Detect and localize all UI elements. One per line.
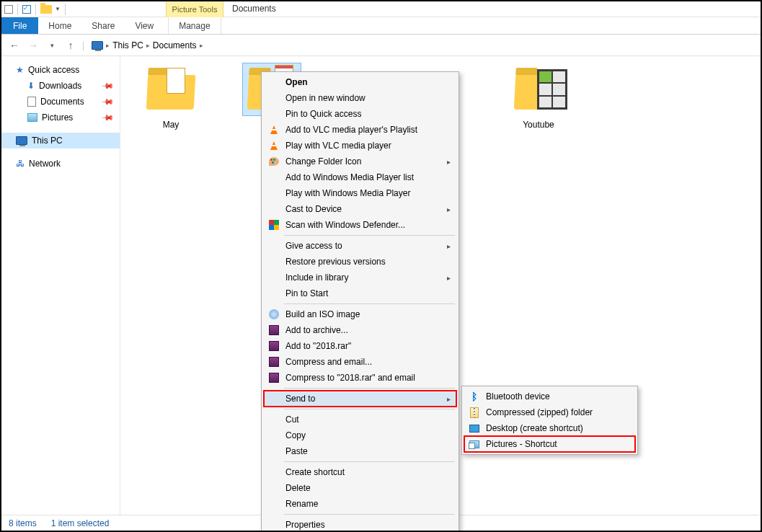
ctx-add-wmp-list[interactable]: Add to Windows Media Player list [264, 169, 456, 185]
ctx-rename[interactable]: Rename [264, 496, 456, 512]
sidebar-item-label: Quick access [28, 65, 79, 75]
ctx-play-vlc[interactable]: Play with VLC media player [264, 138, 456, 154]
tab-share[interactable]: Share [81, 17, 125, 34]
menu-separator [284, 461, 455, 462]
ctx-restore-previous[interactable]: Restore previous versions [264, 254, 456, 270]
nav-forward-icon: → [26, 38, 40, 53]
ctx-open[interactable]: Open [264, 74, 456, 90]
sidebar-item-pictures[interactable]: Pictures 📌 [1, 110, 120, 125]
chevron-right-icon: ▸ [447, 274, 451, 282]
vlc-icon [270, 141, 278, 150]
tab-file[interactable]: File [1, 17, 38, 34]
ctx-pin-quick-access[interactable]: Pin to Quick access [264, 106, 456, 122]
status-item-count: 8 items [9, 518, 37, 528]
folder-item-may[interactable]: May [135, 63, 207, 130]
sidebar-item-label: This PC [32, 136, 63, 146]
ctx-compress-email[interactable]: Compress and email... [264, 354, 456, 370]
breadcrumb-root[interactable]: This PC [112, 40, 143, 50]
tab-home[interactable]: Home [38, 17, 81, 34]
ctx-create-shortcut[interactable]: Create shortcut [264, 464, 456, 480]
ctx-send-to[interactable]: Send to▸ [264, 391, 456, 407]
ribbon-tabs: File Home Share View Manage [1, 17, 761, 35]
breadcrumb[interactable]: ▸ This PC ▸ Documents ▸ [92, 40, 203, 50]
nav-bar: ← → ▾ ↑ | ▸ This PC ▸ Documents ▸ [1, 35, 761, 56]
ctx-add-vlc-playlist[interactable]: Add to VLC media player's Playlist [264, 122, 456, 138]
sidebar-item-quick-access[interactable]: ★ Quick access [1, 62, 120, 78]
sendto-desktop-shortcut[interactable]: Desktop (create shortcut) [464, 420, 635, 436]
pictures-shortcut-icon [469, 440, 479, 448]
ctx-properties[interactable]: Properties [264, 517, 456, 532]
ctx-paste[interactable]: Paste [264, 443, 456, 459]
qat-dropdown-icon[interactable]: ▼ [55, 6, 61, 12]
menu-separator [284, 235, 455, 236]
chevron-right-icon: ▸ [447, 205, 451, 213]
ctx-change-folder-icon[interactable]: Change Folder Icon▸ [264, 154, 456, 169]
iso-icon [269, 309, 279, 319]
title-bar: ▼ Picture Tools Documents [1, 1, 761, 17]
sidebar-item-network[interactable]: 🖧 Network [1, 156, 120, 172]
tab-view[interactable]: View [125, 17, 164, 34]
vlc-icon [270, 125, 278, 134]
picture-icon [27, 113, 37, 122]
ctx-give-access-to[interactable]: Give access to▸ [264, 238, 456, 254]
sidebar: ★ Quick access ⬇ Downloads 📌 Documents 📌… [1, 56, 120, 515]
winrar-icon [269, 325, 279, 335]
winrar-icon [269, 357, 279, 367]
ctx-include-in-library[interactable]: Include in library▸ [264, 270, 456, 285]
item-label: Youtube [502, 120, 575, 130]
ctx-cut[interactable]: Cut [264, 412, 456, 427]
pin-icon: 📌 [100, 79, 114, 92]
chevron-right-icon[interactable]: ▸ [200, 42, 203, 49]
ctx-build-iso[interactable]: Build an ISO image [264, 306, 456, 322]
nav-recent-icon[interactable]: ▾ [45, 38, 59, 53]
zip-icon [470, 407, 479, 418]
pc-icon [92, 41, 103, 50]
pin-icon: 📌 [100, 94, 114, 108]
sendto-pictures-shortcut[interactable]: Pictures - Shortcut [464, 436, 635, 452]
ctx-cast-to-device[interactable]: Cast to Device▸ [264, 201, 456, 217]
download-icon: ⬇ [27, 81, 35, 91]
document-icon [27, 97, 36, 107]
sendto-compressed-folder[interactable]: Compressed (zipped) folder [464, 404, 635, 420]
sidebar-item-documents[interactable]: Documents 📌 [1, 94, 120, 110]
ctx-add-to-archive[interactable]: Add to archive... [264, 322, 456, 338]
qat-properties-icon[interactable] [4, 5, 13, 14]
ctx-scan-defender[interactable]: Scan with Windows Defender... [264, 217, 456, 233]
ctx-open-new-window[interactable]: Open in new window [264, 90, 456, 106]
ctx-compress-rar-email[interactable]: Compress to "2018.rar" and email [264, 370, 456, 386]
tab-manage[interactable]: Manage [168, 17, 221, 34]
network-icon: 🖧 [16, 159, 25, 169]
context-menu: Open Open in new window Pin to Quick acc… [261, 71, 459, 532]
ctx-delete[interactable]: Delete [264, 480, 456, 496]
qat-check-icon[interactable] [22, 5, 31, 14]
winrar-icon [269, 341, 279, 351]
sidebar-item-this-pc[interactable]: This PC [1, 133, 120, 148]
chevron-right-icon: ▸ [447, 158, 451, 166]
desktop-icon [469, 425, 479, 433]
chevron-right-icon[interactable]: ▸ [106, 42, 110, 49]
ctx-play-wmp[interactable]: Play with Windows Media Player [264, 185, 456, 201]
menu-separator [284, 388, 455, 389]
winrar-icon [269, 373, 279, 383]
chevron-right-icon[interactable]: ▸ [146, 42, 150, 49]
palette-icon [269, 157, 279, 166]
status-selected-count: 1 item selected [51, 518, 110, 528]
folder-item-youtube[interactable]: Youtube [502, 63, 575, 130]
ctx-pin-to-start[interactable]: Pin to Start [264, 285, 456, 301]
nav-up-icon[interactable]: ↑ [63, 38, 78, 53]
ctx-copy[interactable]: Copy [264, 427, 456, 443]
sidebar-item-label: Downloads [39, 81, 81, 91]
picture-tools-header: Picture Tools [166, 1, 223, 17]
menu-separator [284, 409, 455, 409]
qat-folder-icon[interactable] [40, 5, 52, 14]
window-title: Documents [232, 4, 276, 14]
pin-icon: 📌 [100, 110, 114, 124]
star-icon: ★ [16, 65, 24, 75]
chevron-right-icon: ▸ [447, 242, 451, 250]
sidebar-item-downloads[interactable]: ⬇ Downloads 📌 [1, 78, 120, 94]
nav-back-icon[interactable]: ← [7, 38, 22, 53]
sidebar-item-label: Pictures [42, 112, 73, 123]
breadcrumb-current[interactable]: Documents [153, 40, 197, 50]
sendto-bluetooth[interactable]: ᛒBluetooth device [464, 389, 635, 404]
ctx-add-to-rar[interactable]: Add to "2018.rar" [264, 338, 456, 354]
